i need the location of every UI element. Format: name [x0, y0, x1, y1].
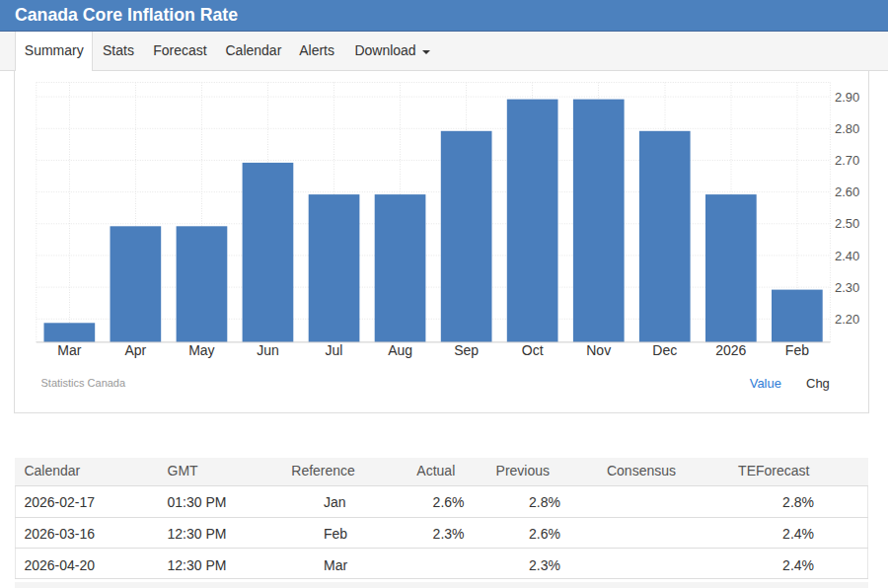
svg-text:2026: 2026 [715, 342, 746, 358]
svg-text:2.30: 2.30 [835, 280, 859, 295]
svg-text:2.50: 2.50 [835, 216, 859, 231]
svg-text:2.90: 2.90 [835, 90, 859, 105]
svg-text:Aug: Aug [388, 342, 412, 358]
svg-text:Jul: Jul [326, 342, 343, 358]
svg-text:Oct: Oct [522, 342, 544, 358]
svg-text:Nov: Nov [586, 342, 611, 358]
svg-text:May: May [188, 342, 214, 358]
svg-text:Jun: Jun [257, 342, 279, 358]
svg-text:2.70: 2.70 [835, 153, 859, 168]
svg-text:Mar: Mar [57, 342, 81, 358]
svg-text:2.80: 2.80 [835, 121, 859, 136]
svg-text:2.40: 2.40 [835, 249, 859, 263]
svg-text:Sep: Sep [454, 342, 479, 358]
svg-text:2.60: 2.60 [835, 184, 859, 199]
svg-text:Feb: Feb [785, 342, 809, 358]
svg-text:2.20: 2.20 [835, 312, 859, 327]
svg-text:Apr: Apr [125, 342, 147, 358]
svg-text:Dec: Dec [652, 342, 677, 358]
